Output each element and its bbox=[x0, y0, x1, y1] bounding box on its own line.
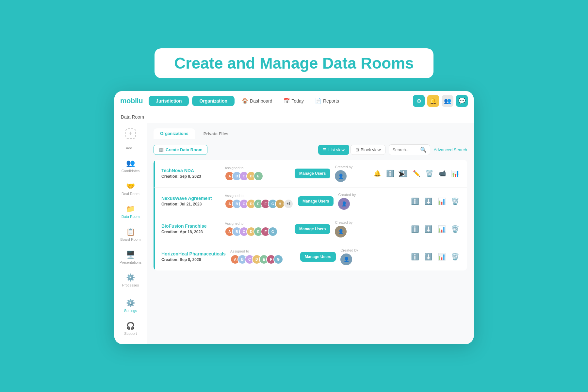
list-icon: ☰ bbox=[323, 147, 327, 152]
list-view-btn[interactable]: ☰ List view bbox=[318, 145, 349, 155]
report-icon: 📄 bbox=[315, 98, 321, 104]
room-info-technova: TechNova NDA Creation: Sep 8, 2023 bbox=[161, 168, 220, 179]
room-creation-technova: Creation: Sep 8, 2023 bbox=[161, 174, 220, 179]
data-room-icon: 📁 bbox=[126, 205, 135, 213]
chart-icon[interactable]: 📊 bbox=[450, 168, 461, 179]
calendar-icon: 📅 bbox=[284, 98, 290, 104]
sidebar-item-presentations[interactable]: 🖥️ Presentations bbox=[118, 247, 144, 268]
room-item-nexuswave: NexusWave Agreement Creation: Jul 21, 20… bbox=[154, 188, 467, 215]
notification-icon-btn[interactable]: 🔔 bbox=[427, 95, 439, 107]
room-actions-nexuswave: ℹ️ ⬇️ 📊 🗑️ bbox=[410, 196, 461, 206]
sidebar-item-candidates[interactable]: 👥 Candidates bbox=[118, 156, 144, 176]
users-icon-btn[interactable]: 👥 bbox=[442, 95, 453, 107]
top-nav: mobilu Jurisdiction Organization 🏠 Dashb… bbox=[114, 91, 474, 111]
info-icon[interactable]: ℹ️ bbox=[410, 252, 420, 262]
manage-users-btn-nexuswave[interactable]: Manage Users bbox=[298, 196, 334, 206]
room-info-horizonheal: HorizonHeal Pharmaceuticals Creation: Se… bbox=[161, 251, 226, 262]
nav-today[interactable]: 📅 Today bbox=[280, 96, 308, 106]
assigned-section-nexuswave: Assigned to A B C D E F G H +5 bbox=[225, 194, 293, 209]
message-icon-btn[interactable]: 💬 bbox=[456, 95, 468, 107]
created-section-technova: Created by 👤 bbox=[335, 165, 361, 182]
sidebar-add-btn[interactable]: + bbox=[125, 128, 136, 139]
chart-icon[interactable]: 📊 bbox=[436, 252, 447, 262]
presentations-icon: 🖥️ bbox=[126, 251, 135, 259]
room-info-nexuswave: NexusWave Agreement Creation: Jul 21, 20… bbox=[161, 196, 220, 206]
nav-reports[interactable]: 📄 Reports bbox=[311, 96, 343, 106]
download-icon[interactable]: ⬇️ bbox=[423, 252, 434, 262]
download-icon[interactable]: ⬇️ bbox=[423, 224, 434, 234]
content-area: Organizations Private Files 🏢 Create Dat… bbox=[147, 123, 474, 344]
info-icon[interactable]: ℹ️ bbox=[410, 224, 420, 234]
delete-icon[interactable]: 🗑️ bbox=[450, 224, 461, 234]
avatar-more-nexuswave: +5 bbox=[284, 199, 293, 209]
sidebar-item-board-room[interactable]: 📋 Board Room bbox=[118, 224, 144, 245]
manage-users-btn-technova[interactable]: Manage Users bbox=[295, 169, 330, 178]
block-view-btn[interactable]: ⊞ Block view bbox=[351, 145, 385, 155]
delete-icon[interactable]: 🗑️ bbox=[450, 252, 461, 262]
search-input[interactable] bbox=[392, 147, 418, 152]
board-room-icon: 📋 bbox=[126, 228, 135, 236]
logo: mobilu bbox=[120, 97, 143, 105]
room-actions-technova: 🔔 ℹ️ ⬇️ ✏️ 🗑️ 📹 📊 bbox=[372, 168, 461, 179]
delete-icon[interactable]: 🗑️ bbox=[450, 196, 461, 206]
room-name-nexuswave[interactable]: NexusWave Agreement bbox=[161, 196, 220, 201]
advanced-search-link[interactable]: Advanced Search bbox=[433, 147, 467, 152]
tab-private-files[interactable]: Private Files bbox=[197, 128, 235, 139]
room-item-horizonheal: HorizonHeal Pharmaceuticals Creation: Se… bbox=[154, 243, 467, 270]
room-name-horizonheal[interactable]: HorizonHeal Pharmaceuticals bbox=[161, 251, 226, 256]
tab-organizations[interactable]: Organizations bbox=[154, 128, 195, 139]
room-actions-horizonheal: ℹ️ ⬇️ 📊 🗑️ bbox=[410, 252, 461, 262]
avatars-nexuswave: A B C D E F G H +5 bbox=[225, 199, 293, 209]
chart-icon[interactable]: 📊 bbox=[436, 196, 447, 206]
creator-avatar-technova: 👤 bbox=[335, 170, 347, 182]
processes-icon: ⚙️ bbox=[126, 273, 135, 282]
sidebar-item-support[interactable]: 🎧 Support bbox=[118, 318, 144, 339]
assigned-section-biofusion: Assigned to A B C D E F G bbox=[225, 221, 290, 237]
created-section-horizonheal: Created by 👤 bbox=[340, 248, 367, 265]
chart-icon[interactable]: 📊 bbox=[436, 224, 447, 234]
info-icon[interactable]: ℹ️ bbox=[385, 168, 396, 179]
deal-room-icon: 🤝 bbox=[126, 182, 135, 190]
home-icon: 🏠 bbox=[242, 98, 248, 104]
create-data-room-button[interactable]: 🏢 Create Data Room bbox=[154, 145, 207, 155]
settings-icon: ⚙️ bbox=[126, 299, 135, 307]
room-name-biofusion[interactable]: BioFusion Franchise bbox=[161, 223, 220, 229]
bell-icon[interactable]: 🔔 bbox=[372, 169, 382, 178]
created-section-biofusion: Created by 👤 bbox=[335, 220, 361, 237]
avatar: G bbox=[273, 254, 283, 264]
sidebar-item-data-room[interactable]: 📁 Data Room bbox=[118, 202, 144, 222]
nav-dashboard[interactable]: 🏠 Dashboard bbox=[238, 96, 276, 106]
create-icon: 🏢 bbox=[158, 147, 164, 152]
video-icon[interactable]: 📹 bbox=[437, 169, 447, 178]
download-icon[interactable]: ⬇️ bbox=[423, 196, 434, 206]
avatar: G bbox=[268, 227, 278, 237]
sidebar-item-settings[interactable]: ⚙️ Settings bbox=[118, 296, 144, 316]
page-hero-title: Create and Manage Data Rooms bbox=[174, 54, 414, 72]
info-icon[interactable]: ℹ️ bbox=[410, 196, 420, 206]
support-icon: 🎧 bbox=[126, 322, 135, 330]
room-actions-biofusion: ℹ️ ⬇️ 📊 🗑️ bbox=[410, 224, 461, 234]
help-icon-btn[interactable]: ⊕ bbox=[413, 95, 425, 107]
delete-icon[interactable]: 🗑️ bbox=[424, 168, 435, 179]
edit-icon[interactable]: ✏️ bbox=[412, 169, 421, 178]
breadcrumb: Data Room bbox=[114, 111, 474, 123]
manage-users-btn-horizonheal[interactable]: Manage Users bbox=[300, 252, 336, 262]
nav-organization[interactable]: Organization bbox=[192, 96, 235, 106]
nav-jurisdiction[interactable]: Jurisdiction bbox=[149, 96, 189, 106]
manage-users-btn-biofusion[interactable]: Manage Users bbox=[295, 224, 330, 234]
assigned-section-technova: Assigned to A B C D E bbox=[225, 166, 290, 181]
room-creation-horizonheal: Creation: Sep 8, 2020 bbox=[161, 257, 226, 262]
sidebar-item-deal-room[interactable]: 🤝 Deal Room bbox=[118, 179, 144, 199]
download-icon[interactable]: ⬇️ bbox=[398, 168, 409, 179]
sidebar-item-processes[interactable]: ⚙️ Processes bbox=[118, 270, 144, 290]
room-name-technova[interactable]: TechNova NDA bbox=[161, 168, 220, 173]
view-toggle: ☰ List view ⊞ Block view bbox=[318, 145, 385, 155]
search-icon: 🔍 bbox=[420, 147, 427, 153]
assigned-section-horizonheal: Assigned to A B C D E F G bbox=[230, 249, 296, 264]
hero-title-box: Create and Manage Data Rooms bbox=[155, 48, 433, 78]
avatars-horizonheal: A B C D E F G bbox=[230, 254, 296, 264]
room-info-biofusion: BioFusion Franchise Creation: Apr 18, 20… bbox=[161, 223, 220, 234]
created-section-nexuswave: Created by 👤 bbox=[338, 193, 364, 210]
avatar: E bbox=[253, 171, 263, 181]
grid-icon: ⊞ bbox=[355, 147, 359, 152]
